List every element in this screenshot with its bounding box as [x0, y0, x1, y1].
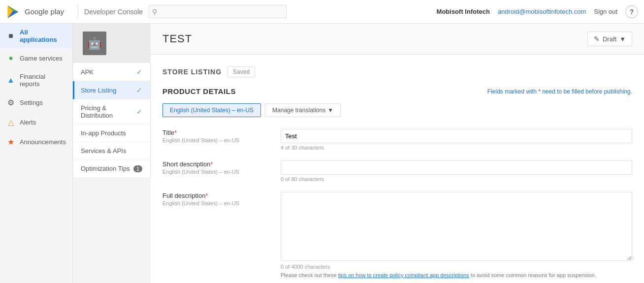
sub-sidebar: APK ✓ Store Listing ✓ Pricing & Distribu…: [73, 63, 151, 178]
sidebar-item-alerts[interactable]: △ Alerts: [0, 112, 72, 132]
sub-sidebar-item-optimization[interactable]: Optimization Tips 1: [73, 160, 150, 178]
full-description-input[interactable]: [281, 192, 632, 261]
pricing-check-icon: ✓: [136, 108, 142, 116]
full-desc-sublabel: English (United States) – en-US: [162, 200, 271, 206]
sidebar-label-financial-reports: Financial reports: [20, 73, 66, 88]
sidebar-label-game-services: Game services: [20, 55, 63, 62]
header-divider: [78, 4, 78, 19]
sidebar-item-all-applications[interactable]: ■ All applications: [0, 24, 72, 48]
finance-icon: ▲: [6, 75, 16, 85]
short-description-input[interactable]: [281, 160, 632, 175]
product-details-title: PRODUCT DETAILS: [162, 87, 236, 95]
announcements-icon: ★: [6, 137, 16, 147]
sidebar-label-announcements: Announcements: [20, 138, 66, 146]
full-desc-label-col: Full description* English (United States…: [162, 192, 271, 279]
short-desc-sublabel: English (United States) – en-US: [162, 169, 271, 175]
title-required-marker: *: [174, 129, 177, 136]
draft-label: Draft: [603, 35, 616, 43]
sub-sidebar-item-services[interactable]: Services & APIs: [73, 142, 150, 160]
title-label-col: Title* English (United States) – en-US: [162, 129, 271, 151]
sub-sidebar-label-services: Services & APIs: [81, 147, 126, 155]
sidebar-label-all-applications: All applications: [20, 29, 66, 43]
sub-sidebar-label-store-listing: Store Listing: [81, 87, 116, 94]
sub-sidebar-item-apk[interactable]: APK ✓: [73, 63, 150, 81]
sub-sidebar-item-store-listing[interactable]: Store Listing ✓: [73, 81, 150, 99]
product-details-section: PRODUCT DETAILS Fields marked with * nee…: [162, 87, 632, 279]
help-button[interactable]: ?: [625, 5, 638, 18]
header: Google play Developer Console ⚲ Mobisoft…: [0, 0, 644, 24]
header-right: Mobisoft Infotech android@mobisoftinfote…: [437, 5, 638, 18]
manage-translations-chevron-icon: ▼: [327, 107, 333, 114]
pencil-icon: ✎: [594, 35, 600, 43]
sub-sidebar-label-pricing: Pricing & Distribution: [81, 104, 136, 119]
fields-note-suffix: need to be filled before publishing.: [541, 88, 632, 95]
optimization-count-badge: 1: [133, 165, 142, 172]
short-desc-required-marker: *: [211, 160, 213, 168]
sub-sidebar-label-in-app: In-app Products: [81, 129, 126, 137]
google-play-icon: [6, 4, 21, 19]
sidebar-item-announcements[interactable]: ★ Announcements: [0, 132, 72, 152]
sidebar-label-settings: Settings: [20, 99, 43, 106]
sidebar: ■ All applications ● Game services ▲ Fin…: [0, 24, 73, 283]
language-english-button[interactable]: English (United States) – en-US: [162, 103, 261, 117]
sidebar-item-financial-reports[interactable]: ▲ Financial reports: [0, 68, 72, 93]
language-buttons: English (United States) – en-US Manage t…: [162, 103, 632, 117]
sidebar-item-game-services[interactable]: ● Game services: [0, 48, 72, 68]
product-details-header: PRODUCT DETAILS Fields marked with * nee…: [162, 87, 632, 95]
sidebar-label-alerts: Alerts: [20, 119, 36, 126]
sub-sidebar-item-in-app[interactable]: In-app Products: [73, 125, 150, 142]
short-description-field-group: Short description* English (United State…: [162, 160, 632, 182]
manage-translations-button[interactable]: Manage translations ▼: [265, 103, 341, 117]
search-container: ⚲: [149, 5, 287, 18]
full-description-field-group: Full description* English (United States…: [162, 192, 632, 279]
full-desc-required-marker: *: [205, 192, 208, 199]
full-desc-hint: Please check out these tips on how to cr…: [281, 272, 632, 279]
console-label: Developer Console: [84, 8, 143, 16]
app-icon-area: 🤖: [73, 24, 151, 63]
search-input[interactable]: [149, 5, 287, 18]
section-title: STORE LISTING: [162, 68, 222, 76]
main-content: TEST ✎ Draft ▼ STORE LISTING Saved PRODU…: [151, 24, 644, 283]
title-char-count: 4 of 30 characters: [281, 145, 632, 151]
draft-chevron-icon: ▼: [619, 35, 626, 43]
short-desc-input-col: 0 of 80 characters: [281, 160, 632, 182]
apk-check-icon: ✓: [136, 68, 142, 76]
short-desc-label: Short description*: [162, 160, 271, 168]
draft-button[interactable]: ✎ Draft ▼: [587, 31, 632, 46]
app-title: TEST: [162, 32, 192, 45]
app-title-bar: TEST ✎ Draft ▼: [151, 24, 644, 55]
brand-name: Google play: [25, 7, 64, 16]
sidebar-item-settings[interactable]: ⚙ Settings: [0, 93, 72, 112]
settings-icon: ⚙: [6, 97, 16, 107]
game-icon: ●: [6, 53, 16, 63]
apps-icon: ■: [6, 31, 16, 41]
app-icon-symbol: 🤖: [87, 36, 102, 50]
user-email: android@mobisoftinfotech.com: [498, 8, 586, 15]
logo: Google play: [6, 4, 64, 19]
fields-note: Fields marked with * need to be filled b…: [487, 88, 632, 95]
short-desc-char-count: 0 of 80 characters: [281, 176, 632, 182]
title-input-col: 4 of 30 characters: [281, 129, 632, 151]
app-icon: 🤖: [83, 31, 106, 55]
policy-link[interactable]: tips on how to create policy compliant a…: [338, 272, 469, 278]
full-desc-char-count: 0 of 4000 characters: [281, 264, 632, 270]
section-header: STORE LISTING Saved: [162, 66, 632, 77]
search-icon: ⚲: [152, 8, 157, 16]
user-name: Mobisoft Infotech: [437, 8, 490, 15]
content-area: STORE LISTING Saved PRODUCT DETAILS Fiel…: [151, 55, 644, 283]
title-input[interactable]: [281, 129, 632, 143]
signout-button[interactable]: Sign out: [594, 8, 617, 15]
sub-sidebar-item-pricing[interactable]: Pricing & Distribution ✓: [73, 99, 150, 125]
layout: ■ All applications ● Game services ▲ Fin…: [0, 24, 644, 283]
sub-sidebar-label-optimization: Optimization Tips: [81, 165, 130, 172]
full-desc-label: Full description*: [162, 192, 271, 199]
title-sublabel: English (United States) – en-US: [162, 137, 271, 143]
fields-note-prefix: Fields marked with: [487, 88, 538, 95]
manage-translations-label: Manage translations: [272, 107, 325, 114]
title-label: Title*: [162, 129, 271, 136]
alerts-icon: △: [6, 117, 16, 127]
short-desc-label-col: Short description* English (United State…: [162, 160, 271, 182]
sub-sidebar-label-apk: APK: [81, 68, 94, 76]
store-listing-check-icon: ✓: [136, 86, 142, 94]
full-desc-input-col: 0 of 4000 characters Please check out th…: [281, 192, 632, 279]
